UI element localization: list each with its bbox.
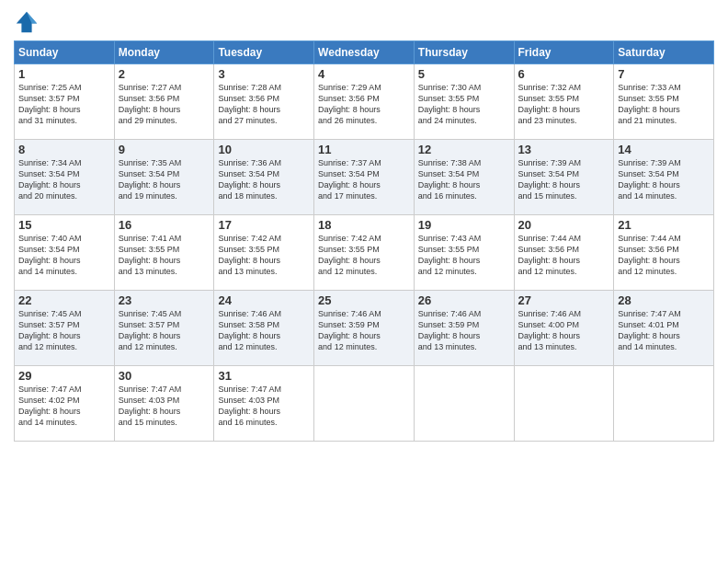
- day-number: 15: [18, 218, 110, 232]
- day-cell: 2Sunrise: 7:27 AM Sunset: 3:56 PM Daylig…: [114, 64, 214, 140]
- day-number: 31: [218, 369, 310, 383]
- day-number: 28: [618, 293, 710, 307]
- day-info: Sunrise: 7:44 AM Sunset: 3:56 PM Dayligh…: [618, 233, 710, 278]
- day-cell: 19Sunrise: 7:43 AM Sunset: 3:55 PM Dayli…: [414, 215, 514, 291]
- day-cell: 16Sunrise: 7:41 AM Sunset: 3:55 PM Dayli…: [114, 215, 214, 291]
- logo-icon: [14, 9, 40, 35]
- day-cell: 17Sunrise: 7:42 AM Sunset: 3:55 PM Dayli…: [214, 215, 314, 291]
- day-info: Sunrise: 7:28 AM Sunset: 3:56 PM Dayligh…: [218, 82, 310, 127]
- day-info: Sunrise: 7:43 AM Sunset: 3:55 PM Dayligh…: [418, 233, 510, 278]
- logo: [14, 9, 43, 35]
- week-row-1: 8Sunrise: 7:34 AM Sunset: 3:54 PM Daylig…: [15, 140, 714, 215]
- day-number: 6: [518, 67, 610, 81]
- day-info: Sunrise: 7:42 AM Sunset: 3:55 PM Dayligh…: [218, 233, 310, 278]
- day-cell: 21Sunrise: 7:44 AM Sunset: 3:56 PM Dayli…: [614, 215, 714, 291]
- week-row-4: 29Sunrise: 7:47 AM Sunset: 4:02 PM Dayli…: [15, 366, 714, 442]
- day-info: Sunrise: 7:42 AM Sunset: 3:55 PM Dayligh…: [318, 233, 410, 278]
- day-cell: 23Sunrise: 7:45 AM Sunset: 3:57 PM Dayli…: [114, 291, 214, 366]
- day-info: Sunrise: 7:38 AM Sunset: 3:54 PM Dayligh…: [418, 157, 510, 202]
- day-number: 27: [518, 293, 610, 307]
- col-header-monday: Monday: [114, 41, 214, 64]
- day-cell: 28Sunrise: 7:47 AM Sunset: 4:01 PM Dayli…: [614, 291, 714, 366]
- day-cell: 25Sunrise: 7:46 AM Sunset: 3:59 PM Dayli…: [314, 291, 415, 366]
- day-cell: [614, 366, 714, 442]
- day-number: 11: [318, 143, 410, 156]
- day-info: Sunrise: 7:47 AM Sunset: 4:02 PM Dayligh…: [18, 384, 110, 429]
- calendar: SundayMondayTuesdayWednesdayThursdayFrid…: [14, 40, 714, 442]
- col-header-saturday: Saturday: [614, 41, 714, 64]
- day-number: 13: [518, 143, 610, 156]
- page: SundayMondayTuesdayWednesdayThursdayFrid…: [0, 0, 728, 563]
- day-number: 19: [418, 218, 510, 232]
- header: [14, 9, 714, 35]
- week-row-0: 1Sunrise: 7:25 AM Sunset: 3:57 PM Daylig…: [15, 64, 714, 140]
- day-info: Sunrise: 7:25 AM Sunset: 3:57 PM Dayligh…: [18, 82, 110, 127]
- day-cell: 29Sunrise: 7:47 AM Sunset: 4:02 PM Dayli…: [15, 366, 115, 442]
- day-info: Sunrise: 7:35 AM Sunset: 3:54 PM Dayligh…: [119, 157, 210, 202]
- day-info: Sunrise: 7:46 AM Sunset: 3:58 PM Dayligh…: [218, 308, 310, 353]
- day-cell: 4Sunrise: 7:29 AM Sunset: 3:56 PM Daylig…: [314, 64, 415, 140]
- day-number: 16: [119, 218, 210, 232]
- day-info: Sunrise: 7:41 AM Sunset: 3:55 PM Dayligh…: [119, 233, 210, 278]
- day-cell: 5Sunrise: 7:30 AM Sunset: 3:55 PM Daylig…: [414, 64, 514, 140]
- day-number: 24: [218, 293, 310, 307]
- day-cell: 12Sunrise: 7:38 AM Sunset: 3:54 PM Dayli…: [414, 140, 514, 215]
- day-cell: 24Sunrise: 7:46 AM Sunset: 3:58 PM Dayli…: [214, 291, 314, 366]
- week-row-3: 22Sunrise: 7:45 AM Sunset: 3:57 PM Dayli…: [15, 291, 714, 366]
- day-number: 30: [119, 369, 210, 383]
- day-cell: 1Sunrise: 7:25 AM Sunset: 3:57 PM Daylig…: [15, 64, 115, 140]
- day-info: Sunrise: 7:37 AM Sunset: 3:54 PM Dayligh…: [318, 157, 410, 202]
- day-info: Sunrise: 7:46 AM Sunset: 3:59 PM Dayligh…: [418, 308, 510, 353]
- day-number: 14: [618, 143, 710, 156]
- day-number: 23: [119, 293, 210, 307]
- day-number: 18: [318, 218, 410, 232]
- day-number: 2: [119, 67, 210, 81]
- day-info: Sunrise: 7:46 AM Sunset: 4:00 PM Dayligh…: [518, 308, 610, 353]
- day-info: Sunrise: 7:46 AM Sunset: 3:59 PM Dayligh…: [318, 308, 410, 353]
- header-row: SundayMondayTuesdayWednesdayThursdayFrid…: [15, 41, 714, 64]
- day-cell: 18Sunrise: 7:42 AM Sunset: 3:55 PM Dayli…: [314, 215, 415, 291]
- day-cell: 31Sunrise: 7:47 AM Sunset: 4:03 PM Dayli…: [214, 366, 314, 442]
- day-cell: 27Sunrise: 7:46 AM Sunset: 4:00 PM Dayli…: [514, 291, 614, 366]
- day-number: 10: [218, 143, 310, 156]
- day-info: Sunrise: 7:39 AM Sunset: 3:54 PM Dayligh…: [618, 157, 710, 202]
- day-number: 5: [418, 67, 510, 81]
- day-cell: 14Sunrise: 7:39 AM Sunset: 3:54 PM Dayli…: [614, 140, 714, 215]
- day-number: 4: [318, 67, 410, 81]
- day-info: Sunrise: 7:29 AM Sunset: 3:56 PM Dayligh…: [318, 82, 410, 127]
- day-cell: 7Sunrise: 7:33 AM Sunset: 3:55 PM Daylig…: [614, 64, 714, 140]
- day-cell: 13Sunrise: 7:39 AM Sunset: 3:54 PM Dayli…: [514, 140, 614, 215]
- col-header-wednesday: Wednesday: [314, 41, 415, 64]
- day-cell: [414, 366, 514, 442]
- day-number: 7: [618, 67, 710, 81]
- col-header-friday: Friday: [514, 41, 614, 64]
- day-cell: 8Sunrise: 7:34 AM Sunset: 3:54 PM Daylig…: [15, 140, 115, 215]
- day-cell: 20Sunrise: 7:44 AM Sunset: 3:56 PM Dayli…: [514, 215, 614, 291]
- week-row-2: 15Sunrise: 7:40 AM Sunset: 3:54 PM Dayli…: [15, 215, 714, 291]
- day-cell: 26Sunrise: 7:46 AM Sunset: 3:59 PM Dayli…: [414, 291, 514, 366]
- day-number: 26: [418, 293, 510, 307]
- day-number: 22: [18, 293, 110, 307]
- day-info: Sunrise: 7:27 AM Sunset: 3:56 PM Dayligh…: [119, 82, 210, 127]
- col-header-sunday: Sunday: [15, 41, 115, 64]
- day-number: 8: [18, 143, 110, 156]
- day-info: Sunrise: 7:33 AM Sunset: 3:55 PM Dayligh…: [618, 82, 710, 127]
- day-number: 20: [518, 218, 610, 232]
- day-info: Sunrise: 7:47 AM Sunset: 4:03 PM Dayligh…: [218, 384, 310, 429]
- day-number: 3: [218, 67, 310, 81]
- day-info: Sunrise: 7:34 AM Sunset: 3:54 PM Dayligh…: [18, 157, 110, 202]
- day-number: 17: [218, 218, 310, 232]
- day-info: Sunrise: 7:47 AM Sunset: 4:03 PM Dayligh…: [119, 384, 210, 429]
- day-number: 29: [18, 369, 110, 383]
- day-number: 9: [119, 143, 210, 156]
- day-number: 1: [18, 67, 110, 81]
- day-info: Sunrise: 7:39 AM Sunset: 3:54 PM Dayligh…: [518, 157, 610, 202]
- day-number: 21: [618, 218, 710, 232]
- day-info: Sunrise: 7:45 AM Sunset: 3:57 PM Dayligh…: [18, 308, 110, 353]
- day-cell: 6Sunrise: 7:32 AM Sunset: 3:55 PM Daylig…: [514, 64, 614, 140]
- day-cell: 15Sunrise: 7:40 AM Sunset: 3:54 PM Dayli…: [15, 215, 115, 291]
- day-cell: [514, 366, 614, 442]
- day-number: 12: [418, 143, 510, 156]
- day-cell: 11Sunrise: 7:37 AM Sunset: 3:54 PM Dayli…: [314, 140, 415, 215]
- day-cell: [314, 366, 415, 442]
